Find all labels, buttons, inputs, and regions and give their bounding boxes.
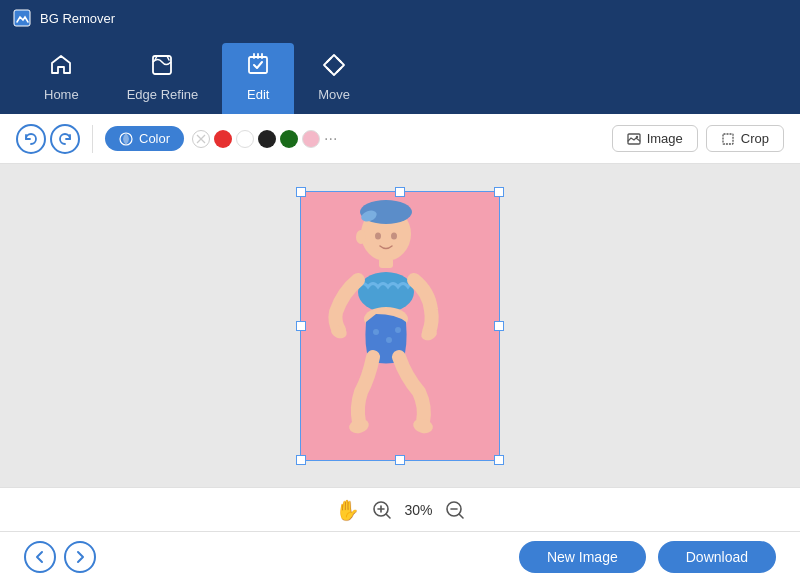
footer-nav: [24, 541, 96, 573]
crop-button-label: Crop: [741, 131, 769, 146]
undo-button[interactable]: [16, 124, 46, 154]
footer: New Image Download: [0, 531, 800, 581]
nav-label-edge-refine: Edge Refine: [127, 87, 199, 102]
image-button[interactable]: Image: [612, 125, 698, 152]
footer-actions: New Image Download: [519, 541, 776, 573]
canvas-area: [0, 164, 800, 487]
color-button-label: Color: [139, 131, 170, 146]
home-icon: [49, 53, 73, 81]
handle-mid-left[interactable]: [296, 321, 306, 331]
image-button-label: Image: [647, 131, 683, 146]
more-colors-button[interactable]: ···: [324, 130, 337, 148]
download-button[interactable]: Download: [658, 541, 776, 573]
baby-image: [301, 192, 461, 447]
new-image-button[interactable]: New Image: [519, 541, 646, 573]
app-title: BG Remover: [40, 11, 115, 26]
edge-refine-icon: [150, 53, 174, 81]
svg-point-7: [635, 135, 637, 137]
color-button[interactable]: Color: [105, 126, 184, 151]
svg-rect-15: [379, 258, 393, 268]
handle-bot-mid[interactable]: [395, 455, 405, 465]
toolbar: Color ··· Image Crop: [0, 114, 800, 164]
toolbar-divider: [92, 125, 93, 153]
nav-label-edit: Edit: [247, 87, 269, 102]
image-frame: [300, 191, 500, 461]
nav-item-edit[interactable]: Edit: [222, 43, 294, 114]
toolbar-nav: [16, 124, 80, 154]
handle-top-right[interactable]: [494, 187, 504, 197]
color-red[interactable]: [214, 130, 232, 148]
nav-item-edge-refine[interactable]: Edge Refine: [103, 43, 223, 114]
nav-label-home: Home: [44, 87, 79, 102]
color-pink[interactable]: [302, 130, 320, 148]
svg-point-19: [386, 337, 392, 343]
nav-item-home[interactable]: Home: [20, 43, 103, 114]
svg-point-16: [358, 272, 414, 312]
image-container[interactable]: [300, 191, 500, 461]
svg-point-13: [391, 232, 397, 239]
svg-point-18: [373, 329, 379, 335]
svg-rect-2: [249, 57, 267, 73]
zoom-in-button[interactable]: [372, 500, 392, 520]
redo-button[interactable]: [50, 124, 80, 154]
nav-bar: Home Edge Refine Edit: [0, 36, 800, 114]
svg-point-22: [412, 416, 435, 435]
zoom-out-button[interactable]: [445, 500, 465, 520]
svg-point-21: [348, 416, 371, 435]
color-swatches: ···: [192, 130, 337, 148]
zoom-bar: ✋ 30%: [0, 487, 800, 531]
hand-icon[interactable]: ✋: [335, 498, 360, 522]
zoom-level: 30%: [404, 502, 432, 518]
handle-mid-right[interactable]: [494, 321, 504, 331]
color-white[interactable]: [236, 130, 254, 148]
footer-back-button[interactable]: [24, 541, 56, 573]
title-bar: BG Remover: [0, 0, 800, 36]
handle-top-mid[interactable]: [395, 187, 405, 197]
app-icon: [12, 8, 32, 28]
svg-point-20: [395, 327, 401, 333]
handle-bot-right[interactable]: [494, 455, 504, 465]
no-color-swatch[interactable]: [192, 130, 210, 148]
footer-forward-button[interactable]: [64, 541, 96, 573]
toolbar-right: Image Crop: [612, 125, 784, 152]
move-icon: [322, 53, 346, 81]
nav-label-move: Move: [318, 87, 350, 102]
nav-item-move[interactable]: Move: [294, 43, 374, 114]
handle-bot-left[interactable]: [296, 455, 306, 465]
color-black[interactable]: [258, 130, 276, 148]
color-green[interactable]: [280, 130, 298, 148]
svg-rect-8: [723, 134, 733, 144]
edit-icon: [246, 53, 270, 81]
svg-point-12: [375, 232, 381, 239]
handle-top-left[interactable]: [296, 187, 306, 197]
svg-point-14: [356, 230, 366, 244]
crop-button[interactable]: Crop: [706, 125, 784, 152]
